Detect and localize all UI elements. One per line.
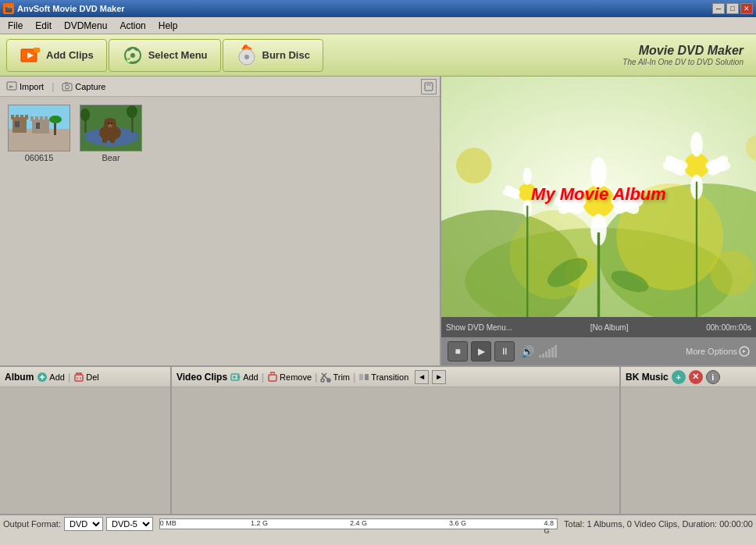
menu-edit[interactable]: Edit (29, 17, 58, 34)
bk-music-label: BK Music (626, 372, 669, 383)
clip-item-1[interactable]: 060615 (6, 103, 72, 164)
music-info-button[interactable]: i (706, 370, 720, 384)
music-add-button[interactable]: + (672, 370, 686, 384)
app-title-subtitle: The All-In One DV to DVD Solution (622, 58, 744, 66)
maximize-button[interactable]: □ (726, 3, 739, 14)
svg-rect-25 (32, 119, 49, 134)
vol-bar-5 (551, 347, 554, 358)
video-remove-button[interactable]: Remove (267, 372, 312, 383)
menu-file[interactable]: File (2, 17, 29, 34)
album-header: Album Add | Del (0, 367, 170, 387)
minimize-button[interactable]: ─ (712, 3, 725, 14)
pause-button[interactable]: ⏸ (494, 341, 515, 362)
preview-movie-title: My Movie Album (531, 184, 666, 205)
svg-point-8 (244, 55, 249, 59)
svg-point-78 (710, 250, 754, 294)
clip-thumb-2 (80, 105, 142, 151)
burn-disc-icon (236, 45, 258, 66)
album-add-button[interactable]: Add (37, 372, 65, 383)
title-bar: 🎬 AnvSoft Movie DVD Maker ─ □ ✕ (0, 0, 756, 17)
clip-label-2: Bear (102, 153, 119, 162)
music-del-button[interactable]: ✕ (689, 370, 703, 384)
vol-bar-3 (545, 351, 547, 358)
video-next-button[interactable]: ► (432, 370, 446, 384)
svg-marker-10 (9, 85, 14, 88)
capture-button[interactable]: Capture (59, 80, 109, 94)
menu-help[interactable]: Help (152, 17, 184, 34)
svg-rect-101 (269, 375, 276, 381)
output-format-label: Output Format: (3, 519, 61, 529)
video-trim-icon (320, 372, 331, 383)
video-sep-3: | (353, 372, 355, 383)
import-button[interactable]: Import (3, 80, 47, 94)
video-transition-label: Transition (371, 372, 408, 382)
svg-rect-22 (20, 115, 23, 119)
svg-rect-28 (40, 116, 43, 121)
clip-thumb-1 (8, 105, 70, 151)
svg-rect-29 (45, 116, 48, 121)
preview-background: My Movie Album (441, 77, 756, 317)
play-icon: ▶ (478, 346, 485, 357)
capture-label: Capture (75, 82, 105, 91)
import-label: Import (20, 82, 44, 91)
svg-rect-91 (75, 375, 83, 381)
svg-rect-24 (15, 121, 20, 127)
album-content (0, 387, 170, 514)
clip-item-2[interactable]: Bear (78, 103, 144, 164)
album-del-icon (73, 372, 84, 383)
more-options-button[interactable]: More Options (686, 346, 750, 357)
video-clips-label: Video Clips (177, 372, 227, 383)
video-transition-button[interactable]: Transition (358, 372, 408, 383)
svg-rect-13 (65, 82, 68, 84)
svg-rect-15 (426, 83, 431, 86)
album-label: Album (5, 372, 34, 383)
add-clips-button[interactable]: Add Clips (6, 39, 107, 72)
menu-dvdmenu[interactable]: DVDMenu (58, 17, 113, 34)
import-icon (6, 81, 17, 92)
svg-rect-43 (110, 137, 115, 143)
add-clips-icon (20, 45, 41, 66)
video-add-icon (230, 372, 241, 383)
burn-disc-button[interactable]: Burn Disc (223, 39, 323, 72)
menu-action[interactable]: Action (113, 17, 152, 34)
format-dvd5-select[interactable]: DVD-5 (106, 517, 153, 531)
svg-point-107 (321, 379, 324, 382)
video-trim-button[interactable]: Trim (320, 372, 350, 383)
video-header: Video Clips Add | Remove (172, 367, 619, 387)
preview-time: 00h:00m:00s (706, 323, 751, 332)
svg-rect-27 (35, 116, 38, 121)
menu-bar: File Edit DVDMenu Action Help (0, 17, 756, 34)
svg-point-64 (690, 132, 703, 157)
svg-point-12 (66, 85, 70, 89)
svg-marker-87 (743, 350, 746, 353)
preview-status-bar: Show DVD Menu... [No Album] 00h:00m:00s (441, 317, 756, 337)
status-bar: Output Format: DVD DVD-5 0 MB 1.2 G 2.4 … (0, 514, 756, 533)
clip-label-1: 060615 (25, 153, 54, 162)
stop-button[interactable]: ■ (448, 341, 468, 362)
svg-point-45 (80, 109, 90, 121)
video-prev-button[interactable]: ◄ (415, 370, 429, 384)
volume-bars (539, 345, 557, 358)
play-button[interactable]: ▶ (471, 341, 491, 362)
svg-rect-26 (30, 116, 34, 121)
album-panel: Album Add | Del (0, 367, 172, 514)
svg-point-40 (108, 123, 109, 124)
add-clips-label: Add Clips (46, 49, 94, 61)
clips-separator-1: | (52, 81, 54, 92)
video-add-button[interactable]: Add (230, 372, 259, 383)
svg-point-71 (523, 167, 532, 185)
album-del-button[interactable]: Del (73, 372, 99, 383)
album-del-label: Del (86, 372, 99, 382)
vol-bar-2 (542, 354, 544, 358)
app-icon: 🎬 (3, 3, 14, 14)
format-dvd-select[interactable]: DVD (64, 517, 103, 531)
select-menu-icon (122, 45, 144, 66)
clips-area: 060615 (0, 97, 440, 365)
select-menu-button[interactable]: Select Menu (109, 39, 221, 72)
prog-label-1: 1.2 G (251, 519, 268, 527)
save-button[interactable] (421, 79, 437, 94)
stop-icon: ■ (455, 346, 460, 357)
close-button[interactable]: ✕ (740, 3, 753, 14)
album-add-icon (37, 372, 48, 383)
prog-label-3: 3.6 G (449, 519, 466, 527)
